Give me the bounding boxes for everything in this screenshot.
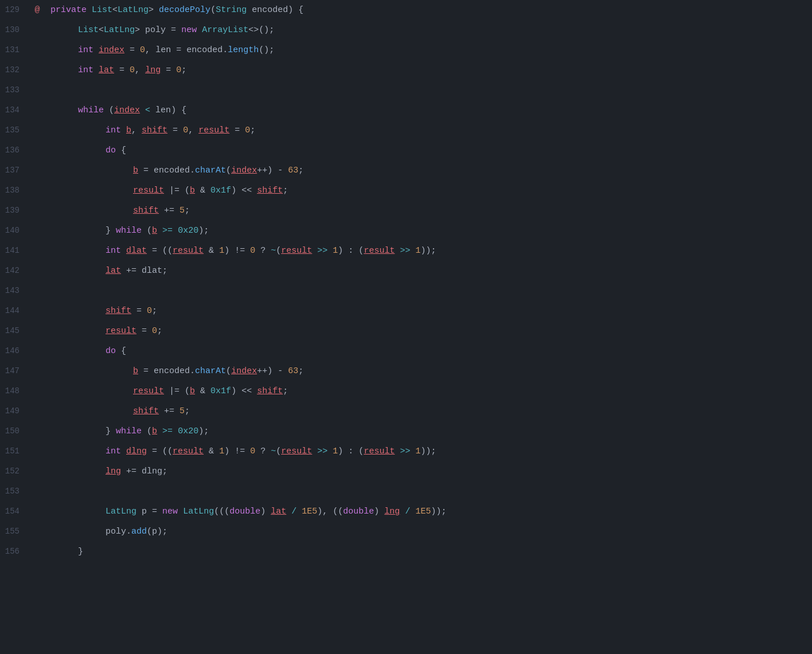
- code-content: shift += 5;: [46, 201, 812, 221]
- code-content: lat += dlat;: [46, 261, 812, 281]
- code-content: b = encoded.charAt(index++) - 63;: [46, 160, 812, 181]
- table-row: 129 @ private List<LatLng> decodePoly(St…: [0, 0, 812, 20]
- line-number: 138: [0, 181, 29, 201]
- table-row: 143: [0, 281, 812, 301]
- table-row: 132 int lat = 0, lng = 0;: [0, 60, 812, 80]
- code-editor: 129 @ private List<LatLng> decodePoly(St…: [0, 0, 812, 654]
- table-row: 136 do {: [0, 140, 812, 160]
- table-row: 139 shift += 5;: [0, 201, 812, 221]
- line-number: 145: [0, 321, 29, 341]
- code-content: result = 0;: [46, 321, 812, 341]
- line-number: 130: [0, 20, 29, 40]
- table-row: 150 } while (b >= 0x20);: [0, 421, 812, 441]
- line-number: 135: [0, 120, 29, 140]
- line-number: 132: [0, 60, 29, 80]
- code-content: shift += 5;: [46, 401, 812, 421]
- line-number: 156: [0, 542, 29, 562]
- line-number: 146: [0, 341, 29, 361]
- table-row: 156 }: [0, 542, 812, 562]
- code-content: int dlat = ((result & 1) != 0 ? ~(result…: [46, 241, 812, 261]
- line-number: 152: [0, 461, 29, 481]
- table-row: 141 int dlat = ((result & 1) != 0 ? ~(re…: [0, 241, 812, 261]
- line-number: 155: [0, 522, 29, 542]
- table-row: 149 shift += 5;: [0, 401, 812, 421]
- code-content: lng += dlng;: [46, 461, 812, 481]
- line-number: 144: [0, 301, 29, 321]
- code-content: LatLng p = new LatLng(((double) lat / 1E…: [46, 502, 812, 522]
- line-number: 142: [0, 261, 29, 281]
- line-number: 140: [0, 221, 29, 241]
- code-content: private List<LatLng> decodePoly(String e…: [46, 0, 812, 20]
- code-content: int index = 0, len = encoded.length();: [46, 40, 812, 60]
- code-content: int dlng = ((result & 1) != 0 ? ~(result…: [46, 441, 812, 461]
- table-row: 133: [0, 80, 812, 100]
- code-content: while (index < len) {: [46, 100, 812, 120]
- code-content: poly.add(p);: [46, 522, 812, 542]
- code-content: do {: [46, 341, 812, 361]
- table-row: 135 int b, shift = 0, result = 0;: [0, 120, 812, 140]
- code-content: result |= (b & 0x1f) << shift;: [46, 181, 812, 201]
- table-row: 134 while (index < len) {: [0, 100, 812, 120]
- line-number: 131: [0, 40, 29, 60]
- table-row: 151 int dlng = ((result & 1) != 0 ? ~(re…: [0, 441, 812, 461]
- code-content: shift = 0;: [46, 301, 812, 321]
- table-row: 138 result |= (b & 0x1f) << shift;: [0, 181, 812, 201]
- table-row: 147 b = encoded.charAt(index++) - 63;: [0, 361, 812, 381]
- code-content: } while (b >= 0x20);: [46, 421, 812, 441]
- line-number: 129: [0, 0, 29, 20]
- table-row: 146 do {: [0, 341, 812, 361]
- code-content: List<LatLng> poly = new ArrayList<>();: [46, 20, 812, 40]
- code-content: int b, shift = 0, result = 0;: [46, 120, 812, 140]
- line-number: 141: [0, 241, 29, 261]
- code-content: result |= (b & 0x1f) << shift;: [46, 381, 812, 401]
- table-row: 131 int index = 0, len = encoded.length(…: [0, 40, 812, 60]
- line-number: 153: [0, 481, 29, 502]
- table-row: 140 } while (b >= 0x20);: [0, 221, 812, 241]
- line-number: 151: [0, 441, 29, 461]
- code-content: int lat = 0, lng = 0;: [46, 60, 812, 80]
- line-number: 134: [0, 100, 29, 120]
- table-row: 130 List<LatLng> poly = new ArrayList<>(…: [0, 20, 812, 40]
- table-row: 144 shift = 0;: [0, 301, 812, 321]
- line-number: 133: [0, 80, 29, 100]
- code-content: } while (b >= 0x20);: [46, 221, 812, 241]
- line-number: 149: [0, 401, 29, 421]
- table-row: 155 poly.add(p);: [0, 522, 812, 542]
- line-number: 136: [0, 140, 29, 160]
- table-row: 152 lng += dlng;: [0, 461, 812, 481]
- line-number: 150: [0, 421, 29, 441]
- line-number: 148: [0, 381, 29, 401]
- table-row: 148 result |= (b & 0x1f) << shift;: [0, 381, 812, 401]
- table-row: 142 lat += dlat;: [0, 261, 812, 281]
- code-content: do {: [46, 140, 812, 160]
- line-number: 143: [0, 281, 29, 301]
- gutter-icon: @: [29, 0, 46, 20]
- line-number: 139: [0, 201, 29, 221]
- line-number: 154: [0, 502, 29, 522]
- line-number: 147: [0, 361, 29, 381]
- code-content: b = encoded.charAt(index++) - 63;: [46, 361, 812, 381]
- line-number: 137: [0, 160, 29, 181]
- table-row: 137 b = encoded.charAt(index++) - 63;: [0, 160, 812, 181]
- code-content: }: [46, 542, 812, 562]
- table-row: 153: [0, 481, 812, 502]
- table-row: 145 result = 0;: [0, 321, 812, 341]
- table-row: 154 LatLng p = new LatLng(((double) lat …: [0, 502, 812, 522]
